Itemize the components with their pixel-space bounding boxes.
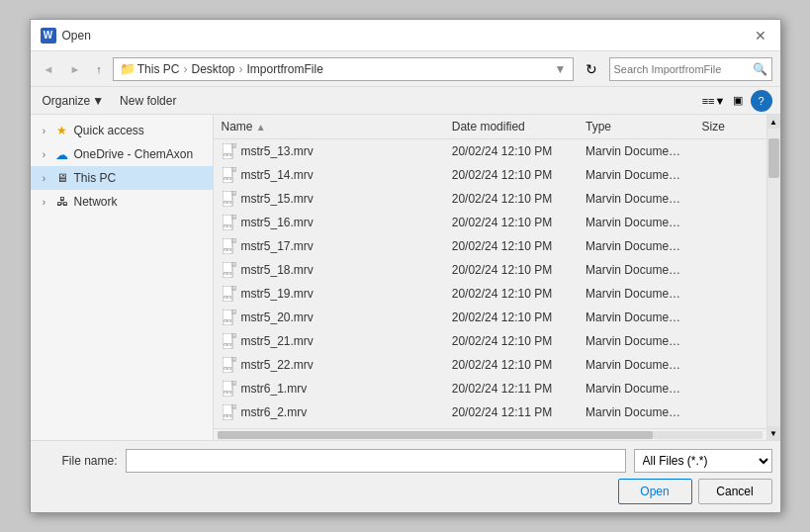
- header-size[interactable]: Size: [694, 118, 766, 135]
- table-row[interactable]: mrv mstr5_18.mrv20/02/24 12:10 PMMarvin …: [214, 258, 766, 282]
- file-type-select[interactable]: All Files (*.*): [634, 449, 772, 473]
- file-date-cell: 20/02/24 12:11 PM: [444, 403, 578, 421]
- svg-rect-2: [232, 143, 236, 147]
- refresh-button[interactable]: ↻: [580, 57, 603, 81]
- open-dialog: W Open ✕ ◄ ► ↑ 📁 This PC › Desktop › Imp…: [30, 19, 781, 513]
- search-box[interactable]: 🔍: [609, 57, 772, 81]
- expand-icon-network: ›: [39, 197, 50, 208]
- sidebar-item-quick-access[interactable]: › ★ Quick access: [31, 119, 213, 142]
- table-row[interactable]: mrv mstr6_1.mrv20/02/24 12:11 PMMarvin D…: [214, 377, 766, 400]
- header-date[interactable]: Date modified: [444, 118, 578, 135]
- file-date-cell: 20/02/24 12:10 PM: [444, 237, 578, 255]
- help-button[interactable]: ?: [751, 90, 772, 112]
- file-name-cell: mrv mstr5_14.mrv: [214, 165, 444, 185]
- file-type-cell: Marvin Document...: [578, 237, 694, 255]
- file-size-cell: [694, 149, 766, 153]
- file-name-text: mstr5_20.mrv: [241, 310, 314, 324]
- file-icon: mrv: [222, 381, 237, 397]
- search-input[interactable]: [614, 63, 751, 75]
- new-folder-button[interactable]: New folder: [116, 92, 180, 110]
- table-row[interactable]: mrv mstr5_21.mrv20/02/24 12:10 PMMarvin …: [214, 329, 766, 353]
- svg-text:mrv: mrv: [224, 270, 232, 276]
- file-name-text: mstr5_13.mrv: [241, 144, 314, 158]
- file-name-text: mstr5_21.mrv: [241, 334, 314, 348]
- sidebar-item-this-pc[interactable]: › 🖥 This PC: [31, 166, 213, 190]
- title-bar-left: W Open: [41, 28, 91, 44]
- file-size-cell: [694, 268, 766, 272]
- file-name-text: mstr5_22.mrv: [241, 358, 314, 372]
- forward-button[interactable]: ►: [64, 60, 85, 78]
- table-row[interactable]: mrv mstr5_13.mrv20/02/24 12:10 PMMarvin …: [214, 139, 766, 163]
- scroll-down-button[interactable]: ▼: [766, 426, 780, 440]
- main-area: › ★ Quick access › ☁ OneDrive - ChemAxon…: [31, 115, 780, 440]
- pane-button[interactable]: ▣: [727, 90, 749, 112]
- file-name-cell: mrv mstr5_16.mrv: [214, 213, 444, 232]
- open-button[interactable]: Open: [618, 479, 692, 504]
- svg-rect-26: [232, 286, 236, 290]
- v-scrollbar-thumb[interactable]: [768, 138, 779, 178]
- breadcrumb-bar[interactable]: 📁 This PC › Desktop › ImportfromFile ▼: [113, 57, 574, 81]
- table-row[interactable]: mrv mstr5_22.mrv20/02/24 12:10 PMMarvin …: [214, 353, 766, 377]
- breadcrumb-part-2: Desktop: [191, 62, 234, 76]
- organize-dropdown-icon: ▼: [92, 94, 104, 108]
- file-type-cell: Marvin Document...: [578, 214, 694, 231]
- file-type-cell: Marvin Document...: [578, 309, 694, 326]
- header-name[interactable]: Name ▲: [214, 118, 444, 135]
- file-size-cell: [694, 292, 766, 296]
- horizontal-scrollbar[interactable]: [214, 428, 766, 440]
- file-date-cell: 20/02/24 12:10 PM: [444, 261, 578, 279]
- table-row[interactable]: mrv mstr6_2.mrv20/02/24 12:11 PMMarvin D…: [214, 400, 766, 424]
- table-row[interactable]: mrv mstr5_15.mrv20/02/24 12:10 PMMarvin …: [214, 187, 766, 211]
- file-name-cell: mrv mstr6_2.mrv: [214, 402, 444, 422]
- table-row[interactable]: mrv mstr5_19.mrv20/02/24 12:10 PMMarvin …: [214, 282, 766, 306]
- v-scrollbar-track[interactable]: [767, 129, 780, 426]
- view-dropdown-icon: ▼: [714, 95, 725, 107]
- sidebar-label-network: Network: [74, 195, 118, 209]
- file-icon: mrv: [222, 333, 237, 349]
- this-pc-icon: 🖥: [54, 170, 70, 186]
- close-button[interactable]: ✕: [751, 26, 770, 45]
- vertical-scrollbar[interactable]: ▲ ▼: [766, 115, 780, 440]
- file-name-input[interactable]: [126, 449, 626, 473]
- organize-button[interactable]: Organize ▼: [39, 92, 109, 110]
- svg-rect-14: [232, 215, 236, 219]
- sidebar-item-onedrive[interactable]: › ☁ OneDrive - ChemAxon: [31, 142, 213, 166]
- table-row[interactable]: mrv mstr5_20.mrv20/02/24 12:10 PMMarvin …: [214, 306, 766, 329]
- file-name-text: mstr6_1.mrv: [241, 382, 308, 396]
- sidebar-item-network[interactable]: › 🖧 Network: [31, 190, 213, 214]
- file-size-cell: [694, 197, 766, 201]
- h-scrollbar-thumb[interactable]: [218, 431, 654, 439]
- header-type[interactable]: Type: [578, 118, 694, 135]
- breadcrumb-sep-2: ›: [239, 62, 243, 76]
- file-type-cell: Marvin Document...: [578, 332, 694, 350]
- breadcrumb-part-3: ImportfromFile: [247, 62, 323, 76]
- table-row[interactable]: mrv mstr5_16.mrv20/02/24 12:10 PMMarvin …: [214, 211, 766, 234]
- footer-buttons-row: Open Cancel: [39, 479, 772, 504]
- file-icon: mrv: [222, 357, 237, 373]
- table-row[interactable]: mrv mstr5_17.mrv20/02/24 12:10 PMMarvin …: [214, 234, 766, 258]
- h-scrollbar-track[interactable]: [218, 431, 763, 439]
- file-icon: mrv: [222, 143, 237, 159]
- svg-rect-34: [232, 333, 236, 337]
- file-name-cell: mrv mstr5_18.mrv: [214, 260, 444, 280]
- file-name-cell: mrv mstr6_1.mrv: [214, 379, 444, 399]
- file-name-cell: mrv mstr5_19.mrv: [214, 284, 444, 304]
- file-size-cell: [694, 315, 766, 319]
- svg-rect-38: [232, 357, 236, 361]
- file-date-cell: 20/02/24 12:10 PM: [444, 309, 578, 326]
- up-button[interactable]: ↑: [91, 60, 107, 78]
- scroll-up-button[interactable]: ▲: [766, 115, 780, 129]
- view-mode-button[interactable]: ≡≡ ▼: [703, 90, 725, 112]
- sidebar: › ★ Quick access › ☁ OneDrive - ChemAxon…: [31, 115, 214, 440]
- file-name-cell: mrv mstr5_13.mrv: [214, 141, 444, 161]
- table-row[interactable]: mrv mstr5_14.mrv20/02/24 12:10 PMMarvin …: [214, 163, 766, 187]
- file-size-cell: [694, 221, 766, 224]
- file-size-cell: [694, 244, 766, 248]
- file-icon: mrv: [222, 310, 237, 325]
- file-size-cell: [694, 410, 766, 414]
- cancel-button[interactable]: Cancel: [698, 479, 772, 504]
- breadcrumb-folder-icon: 📁: [120, 61, 135, 76]
- expand-icon-quick-access: ›: [39, 126, 50, 136]
- back-button[interactable]: ◄: [39, 60, 59, 78]
- file-date-cell: 20/02/24 12:11 PM: [444, 380, 578, 398]
